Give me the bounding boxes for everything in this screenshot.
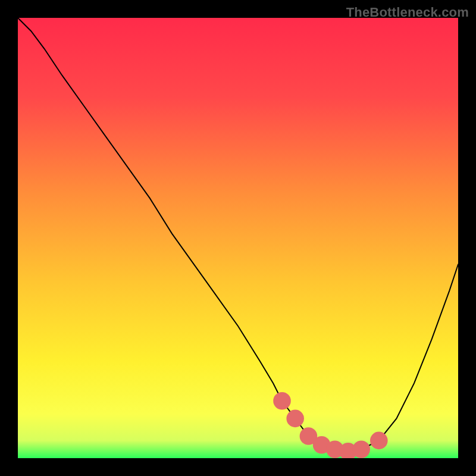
- marker-layer: [18, 18, 458, 458]
- bottleneck-marker: [286, 410, 304, 428]
- bottleneck-marker: [370, 432, 388, 450]
- plot-area: [18, 18, 458, 458]
- bottleneck-marker: [273, 392, 291, 410]
- bottleneck-marker: [352, 440, 370, 458]
- chart-frame: TheBottleneck.com: [0, 0, 476, 476]
